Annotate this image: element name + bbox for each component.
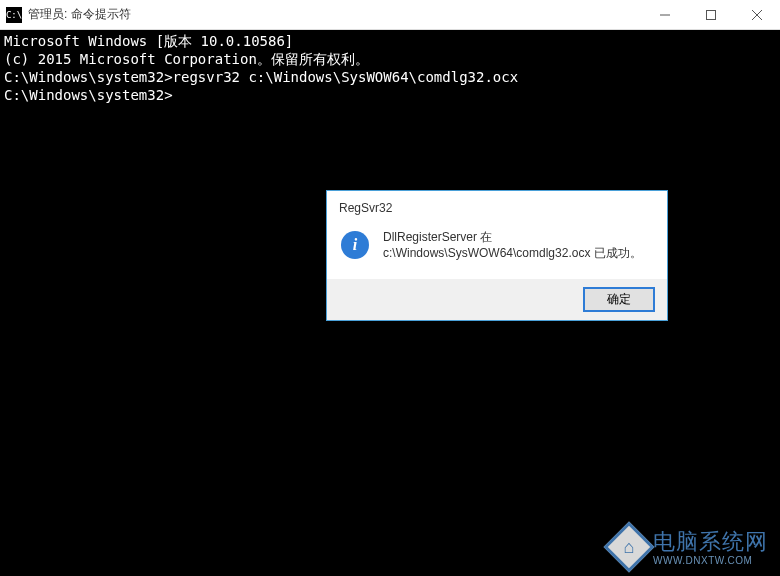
console-line: (c) 2015 Microsoft Corporation。保留所有权利。 — [4, 50, 776, 68]
minimize-icon — [660, 10, 670, 20]
dialog-title: RegSvr32 — [327, 191, 667, 223]
watermark: ⌂ 电脑系统网 WWW.DNXTW.COM — [611, 527, 768, 566]
dialog-message: DllRegisterServer 在 c:\Windows\SysWOW64\… — [383, 229, 642, 261]
dialog-message-line: DllRegisterServer 在 — [383, 229, 642, 245]
window-titlebar: C:\ 管理员: 命令提示符 — [0, 0, 780, 30]
watermark-text-group: 电脑系统网 WWW.DNXTW.COM — [653, 527, 768, 566]
console-line: Microsoft Windows [版本 10.0.10586] — [4, 32, 776, 50]
maximize-button[interactable] — [688, 0, 734, 30]
cmd-icon-text: C:\ — [6, 10, 22, 20]
dialog-footer: 确定 — [327, 279, 667, 320]
watermark-text-cn: 电脑系统网 — [653, 529, 768, 554]
ok-button[interactable]: 确定 — [583, 287, 655, 312]
console-line: C:\Windows\system32>regsvr32 c:\Windows\… — [4, 68, 776, 86]
info-icon-glyph: i — [353, 236, 357, 254]
dialog-message-line: c:\Windows\SysWOW64\comdlg32.ocx 已成功。 — [383, 245, 642, 261]
maximize-icon — [706, 10, 716, 20]
close-button[interactable] — [734, 0, 780, 30]
svg-rect-1 — [707, 11, 716, 20]
minimize-button[interactable] — [642, 0, 688, 30]
watermark-house-icon: ⌂ — [604, 521, 655, 572]
watermark-house-glyph: ⌂ — [624, 536, 635, 557]
window-controls — [642, 0, 780, 29]
cmd-icon: C:\ — [6, 7, 22, 23]
dialog-body: i DllRegisterServer 在 c:\Windows\SysWOW6… — [327, 223, 667, 279]
close-icon — [752, 10, 762, 20]
regsvr32-dialog: RegSvr32 i DllRegisterServer 在 c:\Window… — [326, 190, 668, 321]
info-icon: i — [341, 231, 369, 259]
window-title: 管理员: 命令提示符 — [28, 6, 642, 23]
watermark-url: WWW.DNXTW.COM — [653, 555, 768, 566]
console-prompt: C:\Windows\system32> — [4, 86, 776, 104]
